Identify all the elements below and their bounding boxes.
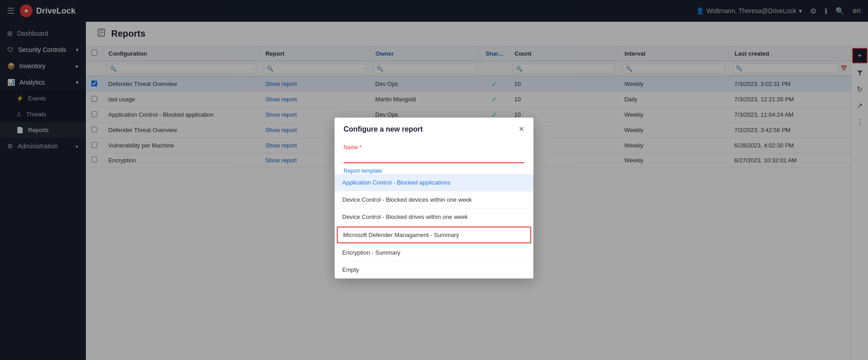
dropdown-item-encryption-summary[interactable]: Encryption - Summary [335,244,533,261]
modal-close-button[interactable]: ✕ [519,125,524,133]
name-field-label: Name * [344,144,524,151]
dropdown-item-app-control[interactable]: Application Control - Blocked applicatio… [335,174,533,191]
report-template-dropdown: Application Control - Blocked applicatio… [335,174,533,279]
dropdown-item-empty[interactable]: Empty [335,261,533,278]
dropdown-item-ms-defender[interactable]: Microsoft Defender Managament - Summary [337,227,531,243]
report-template-label: Report template [344,168,524,174]
modal-header: Configure a new report ✕ [335,118,533,139]
dropdown-item-device-drives-week[interactable]: Device Control - Blocked drives within o… [335,208,533,226]
modal-title: Configure a new report [344,125,423,133]
modal-body: Name * Report template [335,139,533,174]
modal-overlay: Configure a new report ✕ Name * Report t… [0,0,868,360]
name-field-input[interactable] [344,152,524,163]
name-field-group: Name * [344,144,524,163]
configure-report-modal: Configure a new report ✕ Name * Report t… [335,118,533,279]
dropdown-item-device-blocked-week[interactable]: Device Control - Blocked devices within … [335,191,533,208]
